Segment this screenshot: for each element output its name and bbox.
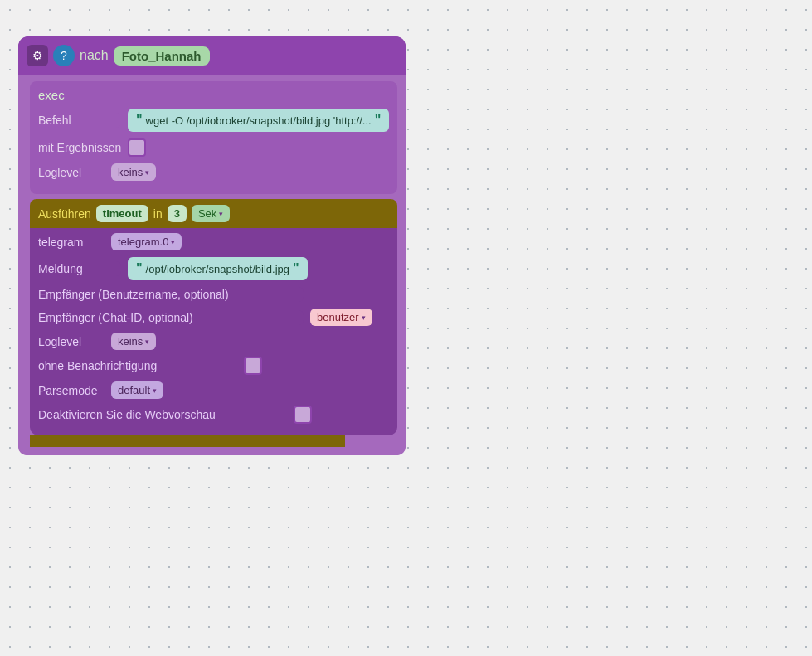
telegram-value: telegram.0 — [118, 236, 168, 248]
meldung-value: /opt/iobroker/snapshot/bild.jpg — [146, 263, 289, 275]
empfanger-user-row: Empfänger (Benutzername, optional) — [38, 287, 389, 302]
empfanger-user-label: Empfänger (Benutzername, optional) — [38, 288, 287, 301]
main-block: ⚙ ? nach Foto_Hannah exec Befehl " wget … — [18, 36, 406, 455]
befehl-value: wget -O /opt/iobroker/snapshot/bild.jpg … — [146, 114, 372, 127]
ausfuhren-row: Ausführen timeout in 3 Sek ▾ — [30, 199, 397, 228]
telegram-arrow: ▾ — [171, 238, 175, 246]
ausfuhren-label: Ausführen — [38, 207, 91, 221]
meldung-close-quote: " — [293, 261, 299, 276]
loglevel-value-exec: keins — [118, 166, 143, 178]
loglevel-value-telegram: keins — [118, 335, 143, 347]
empfanger-chat-row: Empfänger (Chat-ID, optional) benutzer ▾ — [38, 309, 389, 326]
workspace: ⚙ ? nach Foto_Hannah exec Befehl " wget … — [0, 0, 812, 656]
nach-label: nach — [80, 48, 109, 63]
parsemode-value: default — [118, 384, 150, 396]
benutzer-arrow: ▾ — [362, 313, 366, 322]
befehl-label: Befehl — [38, 114, 105, 127]
help-icon[interactable]: ? — [53, 45, 75, 66]
telegram-row: telegram telegram.0 ▾ — [38, 233, 389, 250]
benutzer-badge[interactable]: benutzer ▾ — [310, 309, 372, 326]
ohne-checkbox[interactable] — [244, 357, 262, 375]
mit-ergebnissen-label: mit Ergebnissen — [38, 141, 121, 154]
loglevel-label-exec: Loglevel — [38, 166, 105, 179]
loglevel-row-telegram: Loglevel keins ▾ — [38, 333, 389, 350]
meldung-connector — [111, 261, 121, 276]
in-label: in — [153, 207, 163, 221]
exec-section: exec Befehl " wget -O /opt/iobroker/snap… — [30, 81, 397, 194]
telegram-dropdown[interactable]: telegram.0 ▾ — [111, 233, 182, 250]
sek-badge[interactable]: Sek ▾ — [192, 205, 230, 222]
befehl-string-block[interactable]: " wget -O /opt/iobroker/snapshot/bild.jp… — [128, 109, 389, 132]
parsemode-row: Parsemode default ▾ — [38, 381, 389, 399]
block-body: exec Befehl " wget -O /opt/iobroker/snap… — [18, 75, 406, 455]
sek-arrow: ▾ — [219, 210, 223, 218]
dropdown-arrow-exec: ▾ — [145, 168, 149, 177]
befehl-row: Befehl " wget -O /opt/iobroker/snapshot/… — [38, 109, 389, 132]
empfanger-user-connector — [294, 287, 304, 302]
parsemode-label: Parsemode — [38, 384, 105, 397]
meldung-string-block[interactable]: " /opt/iobroker/snapshot/bild.jpg " — [128, 257, 308, 280]
deaktivieren-checkbox[interactable] — [294, 406, 312, 424]
loglevel-arrow-telegram: ▾ — [145, 338, 149, 346]
number-badge[interactable]: 3 — [168, 205, 187, 222]
ohne-row: ohne Benachrichtigung — [38, 357, 389, 375]
gear-icon[interactable]: ⚙ — [27, 45, 48, 66]
parsemode-arrow: ▾ — [153, 386, 157, 395]
meldung-row: Meldung " /opt/iobroker/snapshot/bild.jp… — [38, 257, 389, 280]
meldung-label: Meldung — [38, 262, 105, 275]
deaktivieren-row: Deaktivieren Sie die Webvorschau — [38, 406, 389, 424]
empfanger-chat-connector — [294, 310, 304, 325]
loglevel-label-telegram: Loglevel — [38, 335, 105, 348]
close-quote: " — [375, 113, 382, 128]
befehl-connector — [111, 113, 121, 128]
loglevel-dropdown-exec[interactable]: keins ▾ — [111, 163, 156, 181]
bottom-bar — [30, 435, 345, 447]
block-header: ⚙ ? nach Foto_Hannah — [18, 36, 406, 75]
parsemode-dropdown[interactable]: default ▾ — [111, 381, 163, 399]
timeout-badge[interactable]: timeout — [96, 205, 148, 222]
benutzer-value: benutzer — [317, 311, 359, 323]
meldung-open-quote: " — [136, 261, 143, 276]
mit-ergebnissen-checkbox[interactable] — [128, 138, 146, 157]
open-quote: " — [136, 113, 143, 128]
sek-value: Sek — [198, 207, 216, 220]
telegram-container: telegram telegram.0 ▾ Meldung " /opt/iob… — [30, 228, 397, 435]
loglevel-dropdown-telegram[interactable]: keins ▾ — [111, 333, 156, 350]
mit-ergebnissen-row: mit Ergebnissen — [38, 138, 389, 157]
name-badge[interactable]: Foto_Hannah — [114, 46, 210, 66]
telegram-label: telegram — [38, 236, 105, 249]
deaktivieren-label: Deaktivieren Sie die Webvorschau — [38, 408, 287, 421]
loglevel-row-exec: Loglevel keins ▾ — [38, 163, 389, 181]
empfanger-chat-label: Empfänger (Chat-ID, optional) — [38, 311, 287, 324]
ohne-label: ohne Benachrichtigung — [38, 359, 237, 372]
exec-title: exec — [38, 88, 389, 102]
